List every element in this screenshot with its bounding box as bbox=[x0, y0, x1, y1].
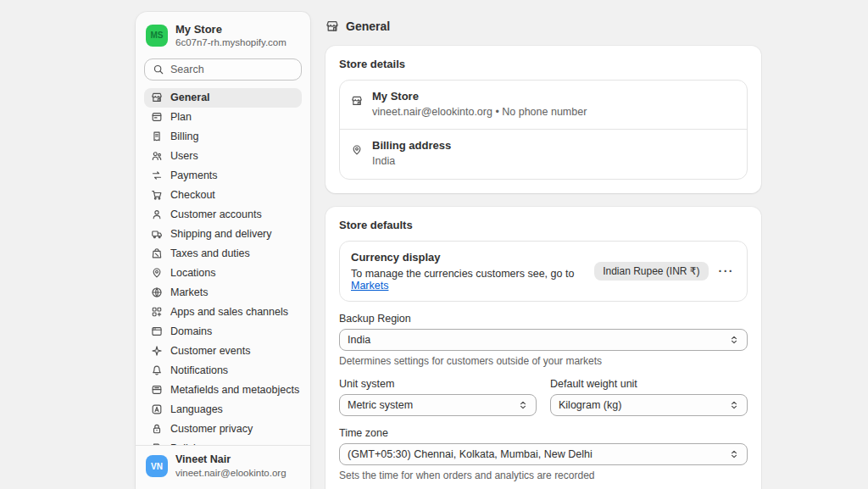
user-email: vineet.nair@elookinto.org bbox=[175, 467, 287, 479]
person-icon bbox=[151, 208, 163, 220]
storefront-icon bbox=[151, 92, 163, 103]
sidebar-item-languages[interactable]: Languages bbox=[144, 400, 302, 420]
sidebar-item-markets[interactable]: Markets bbox=[144, 283, 302, 303]
currency-display-row: Currency display To manage the currencie… bbox=[339, 241, 748, 302]
backup-region-value: India bbox=[348, 334, 370, 346]
unit-system-label: Unit system bbox=[339, 378, 537, 390]
store-avatar: MS bbox=[146, 25, 168, 47]
weight-unit-select[interactable]: Kilogram (kg) bbox=[550, 394, 748, 416]
sidebar-item-locations[interactable]: Locations bbox=[144, 264, 302, 283]
store-details-card: Store details My Store vineet.nair@elook… bbox=[326, 46, 761, 193]
store-profile-name: My Store bbox=[372, 90, 587, 104]
chevron-up-down-icon bbox=[729, 449, 739, 459]
cart-icon bbox=[151, 189, 163, 201]
chevron-up-down-icon bbox=[518, 400, 528, 410]
sidebar-item-label: Customer accounts bbox=[170, 208, 262, 220]
sidebar-item-label: Domains bbox=[170, 325, 212, 337]
sidebar-item-plan[interactable]: Plan bbox=[144, 108, 302, 127]
lock-icon bbox=[151, 423, 163, 435]
user-footer[interactable]: VN Vineet Nair vineet.nair@elookinto.org bbox=[136, 445, 310, 489]
page-title: General bbox=[346, 19, 390, 33]
store-profile-row[interactable]: My Store vineet.nair@elookinto.org • No … bbox=[340, 81, 747, 129]
sidebar-item-billing[interactable]: Billing bbox=[144, 127, 302, 147]
sidebar-item-label: Billing bbox=[170, 131, 198, 142]
sidebar-item-label: Apps and sales channels bbox=[170, 306, 288, 318]
chevron-up-down-icon bbox=[729, 400, 739, 410]
sidebar-item-customer-accounts[interactable]: Customer accounts bbox=[144, 205, 302, 225]
plan-icon bbox=[151, 111, 163, 123]
store-defaults-title: Store defaults bbox=[339, 219, 748, 231]
sidebar-item-label: Shipping and delivery bbox=[170, 228, 272, 240]
sidebar-item-apps-and-sales-channels[interactable]: Apps and sales channels bbox=[144, 303, 302, 322]
sidebar-item-customer-privacy[interactable]: Customer privacy bbox=[144, 420, 302, 439]
time-zone-label: Time zone bbox=[339, 427, 748, 439]
pin-icon bbox=[151, 267, 163, 279]
chevron-up-down-icon bbox=[729, 335, 739, 345]
billing-address-row[interactable]: Billing address India bbox=[340, 129, 747, 178]
unit-system-select[interactable]: Metric system bbox=[339, 394, 537, 416]
time-zone-value: (GMT+05:30) Chennai, Kolkata, Mumbai, Ne… bbox=[348, 448, 593, 460]
events-icon bbox=[151, 345, 163, 357]
receipt-icon bbox=[151, 131, 163, 142]
search-box[interactable] bbox=[144, 58, 302, 81]
apps-icon bbox=[151, 306, 163, 318]
sidebar-item-payments[interactable]: Payments bbox=[144, 166, 302, 186]
settings-sidebar: MS My Store 6c07n7-rh.myshopify.com Gene… bbox=[136, 12, 310, 489]
search-input[interactable] bbox=[170, 64, 293, 75]
store-defaults-card: Store defaults Currency display To manag… bbox=[326, 207, 761, 489]
store-details-title: Store details bbox=[339, 58, 748, 70]
sidebar-item-metafields-and-metaobjects[interactable]: Metafields and metaobjects bbox=[144, 381, 302, 400]
store-name: My Store bbox=[175, 23, 287, 36]
sidebar-item-users[interactable]: Users bbox=[144, 147, 302, 166]
sidebar-item-label: Customer privacy bbox=[170, 423, 253, 435]
sidebar-item-label: Locations bbox=[170, 267, 216, 279]
sidebar-item-policies[interactable]: Policies bbox=[144, 439, 302, 445]
currency-display-title: Currency display bbox=[351, 251, 594, 265]
sidebar-item-checkout[interactable]: Checkout bbox=[144, 186, 302, 205]
horizontal-dots-icon[interactable]: ··· bbox=[717, 262, 737, 281]
billing-address-value: India bbox=[372, 154, 451, 169]
sidebar-item-notifications[interactable]: Notifications bbox=[144, 361, 302, 381]
bell-icon bbox=[151, 364, 163, 376]
sidebar-item-label: Languages bbox=[170, 403, 223, 415]
sidebar-item-label: Plan bbox=[170, 111, 192, 123]
search-icon bbox=[153, 64, 164, 75]
metafields-icon bbox=[151, 384, 163, 396]
storefront-icon bbox=[326, 19, 339, 33]
backup-region-helper: Determines settings for customers outsid… bbox=[339, 355, 748, 367]
sidebar-item-label: Users bbox=[170, 150, 198, 162]
sidebar-item-label: General bbox=[170, 92, 210, 103]
payments-icon bbox=[151, 169, 163, 181]
truck-icon bbox=[151, 228, 163, 240]
settings-nav: GeneralPlanBillingUsersPaymentsCheckoutC… bbox=[136, 88, 310, 445]
store-domain: 6c07n7-rh.myshopify.com bbox=[175, 36, 287, 48]
location-pin-icon bbox=[351, 144, 363, 156]
users-icon bbox=[151, 150, 163, 162]
time-zone-helper: Sets the time for when orders and analyt… bbox=[339, 470, 748, 481]
sidebar-item-label: Customer events bbox=[170, 345, 250, 357]
page-header: General bbox=[326, 12, 761, 46]
languages-icon bbox=[151, 403, 163, 415]
sidebar-item-taxes-and-duties[interactable]: Taxes and duties bbox=[144, 244, 302, 264]
sidebar-item-domains[interactable]: Domains bbox=[144, 322, 302, 342]
sidebar-item-label: Metafields and metaobjects bbox=[170, 384, 299, 396]
currency-badge: Indian Rupee (INR ₹) bbox=[594, 262, 708, 281]
sidebar-item-general[interactable]: General bbox=[144, 88, 302, 108]
time-zone-select[interactable]: (GMT+05:30) Chennai, Kolkata, Mumbai, Ne… bbox=[339, 443, 748, 465]
markets-link[interactable]: Markets bbox=[351, 280, 388, 292]
sidebar-item-shipping-and-delivery[interactable]: Shipping and delivery bbox=[144, 225, 302, 244]
store-header[interactable]: MS My Store 6c07n7-rh.myshopify.com bbox=[136, 12, 310, 56]
store-profile-contact: vineet.nair@elookinto.org • No phone num… bbox=[372, 105, 587, 120]
weight-unit-value: Kilogram (kg) bbox=[559, 399, 621, 411]
sidebar-item-customer-events[interactable]: Customer events bbox=[144, 342, 302, 361]
unit-system-value: Metric system bbox=[348, 399, 413, 411]
sidebar-item-label: Checkout bbox=[170, 189, 215, 201]
sidebar-item-label: Payments bbox=[170, 169, 218, 181]
weight-unit-label: Default weight unit bbox=[550, 378, 748, 390]
user-avatar: VN bbox=[146, 455, 168, 477]
settings-content: General Store details My Store vineet.na… bbox=[310, 12, 761, 489]
globe-icon bbox=[151, 286, 163, 298]
backup-region-label: Backup Region bbox=[339, 313, 748, 325]
currency-display-desc: To manage the currencies customers see, … bbox=[351, 268, 594, 292]
backup-region-select[interactable]: India bbox=[339, 329, 748, 351]
